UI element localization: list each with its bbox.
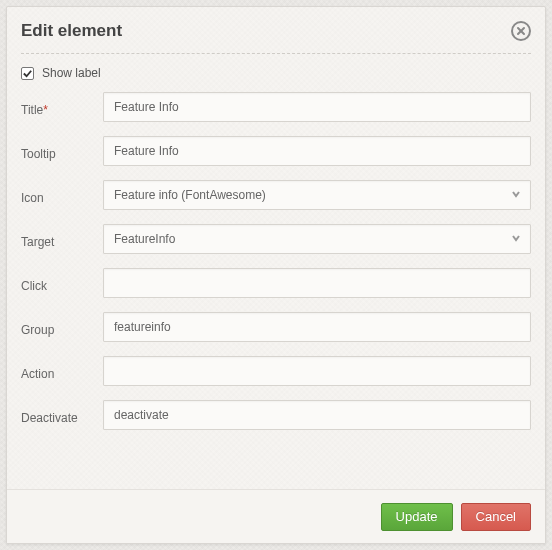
- row-click: Click: [21, 268, 531, 298]
- label-title: Title*: [21, 97, 103, 117]
- update-button[interactable]: Update: [381, 503, 453, 531]
- close-icon: [516, 26, 526, 36]
- label-target: Target: [21, 229, 103, 249]
- check-icon: [22, 68, 33, 79]
- label-action: Action: [21, 361, 103, 381]
- label-click: Click: [21, 273, 103, 293]
- dialog-title: Edit element: [21, 21, 122, 41]
- label-title-text: Title: [21, 103, 43, 117]
- dialog-scroll-area[interactable]: Edit element Show label: [7, 7, 545, 489]
- row-group: Group: [21, 312, 531, 342]
- click-input[interactable]: [103, 268, 531, 298]
- chevron-down-icon: [510, 232, 522, 247]
- icon-select-value: Feature info (FontAwesome): [114, 188, 266, 202]
- edit-element-dialog: Edit element Show label: [6, 6, 546, 544]
- dialog-header: Edit element: [21, 21, 531, 54]
- show-label-checkbox[interactable]: [21, 67, 34, 80]
- action-input[interactable]: [103, 356, 531, 386]
- chevron-down-icon: [510, 188, 522, 203]
- title-input[interactable]: [103, 92, 531, 122]
- cancel-button[interactable]: Cancel: [461, 503, 531, 531]
- target-select-value: FeatureInfo: [114, 232, 175, 246]
- deactivate-input[interactable]: [103, 400, 531, 430]
- target-select[interactable]: FeatureInfo: [103, 224, 531, 254]
- row-deactivate: Deactivate: [21, 400, 531, 430]
- show-label-text: Show label: [42, 66, 101, 80]
- show-label-row: Show label: [21, 66, 531, 80]
- label-tooltip: Tooltip: [21, 141, 103, 161]
- icon-select[interactable]: Feature info (FontAwesome): [103, 180, 531, 210]
- group-input[interactable]: [103, 312, 531, 342]
- modal-backdrop: Edit element Show label: [0, 0, 552, 550]
- tooltip-input[interactable]: [103, 136, 531, 166]
- row-action: Action: [21, 356, 531, 386]
- required-mark: *: [43, 103, 48, 117]
- row-title: Title*: [21, 92, 531, 122]
- label-deactivate: Deactivate: [21, 405, 103, 425]
- row-target: Target FeatureInfo: [21, 224, 531, 254]
- row-icon: Icon Feature info (FontAwesome): [21, 180, 531, 210]
- row-tooltip: Tooltip: [21, 136, 531, 166]
- label-icon: Icon: [21, 185, 103, 205]
- dialog-footer: Update Cancel: [7, 489, 545, 543]
- close-button[interactable]: [511, 21, 531, 41]
- label-group: Group: [21, 317, 103, 337]
